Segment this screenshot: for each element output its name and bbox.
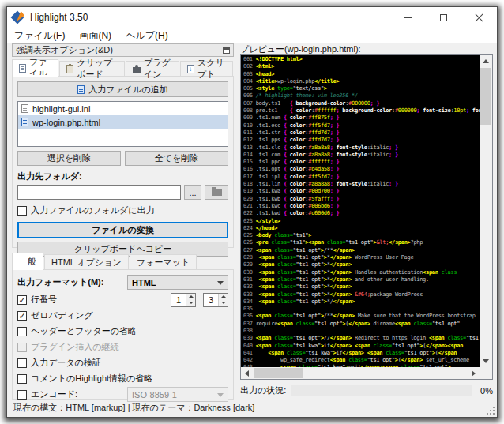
- vertical-scrollbar-thumb[interactable]: [480, 68, 491, 125]
- menu-item-2[interactable]: ヘルプ(H): [118, 28, 175, 44]
- app-icon: [13, 11, 25, 24]
- tab-script[interactable]: スクリプト: [180, 61, 233, 76]
- chevron-down-icon: [217, 393, 224, 397]
- option-row[interactable]: ヘッダーとフッターの省略: [17, 325, 228, 337]
- output-to-input-folder-option[interactable]: 入力ファイルのフォルダに出力: [17, 204, 228, 216]
- add-input-file-button[interactable]: 入力ファイルの追加: [17, 81, 228, 97]
- open-folder-button[interactable]: [205, 185, 228, 200]
- tab-document[interactable]: ファイル: [12, 59, 58, 76]
- code-line: 018 .ts1.lin { color:#a8a8a8; font-style…: [243, 181, 480, 188]
- maximize-icon: [440, 14, 447, 21]
- close-button[interactable]: [461, 7, 497, 28]
- code-line: 041 <span class="ts1 kwa">if</span> <spa…: [243, 350, 480, 357]
- list-item[interactable]: highlight-gui.ini: [18, 102, 228, 115]
- maximize-button[interactable]: [426, 7, 461, 28]
- list-item[interactable]: wp-login.php.html: [18, 115, 228, 129]
- window-title: Highlight 3.50: [30, 12, 88, 23]
- spinner-down-icon[interactable]: [186, 300, 195, 306]
- file-tab-page: 入力ファイルの追加 highlight-gui.iniwp-login.php.…: [12, 76, 234, 248]
- tab-一般[interactable]: 一般: [12, 253, 43, 269]
- checkbox-label: 行番号: [31, 294, 57, 306]
- checkbox-label: プラグイン挿入の継続: [31, 341, 119, 353]
- close-icon: [475, 13, 483, 22]
- code-line: 027 <span class="ts1 opt">/**</span>: [243, 247, 480, 254]
- code-line: 006 /* highlight theme: vim leo256 */: [243, 92, 480, 99]
- option-row[interactable]: コメントのHighlight情報の省略: [17, 373, 228, 385]
- general-tab-page: 出力フォーマット(M): HTML ✓行番号13✓ゼロパディングヘッダーとフッタ…: [12, 269, 234, 400]
- checkbox[interactable]: [17, 390, 27, 400]
- option-row[interactable]: 入力データの検証: [17, 357, 228, 369]
- output-folder-input[interactable]: [17, 185, 181, 200]
- tab-フォーマット[interactable]: フォーマット: [130, 254, 197, 269]
- code-line: 029 <span class="ts1 opt">*</span>: [243, 261, 480, 268]
- float-panel-icon[interactable]: [223, 47, 230, 54]
- statusbar: 現在の構文：HTML [markup] | 現在のテーマ：Darkness [d…: [7, 400, 497, 415]
- code-line: 042 wp_safe_redirect<span class="ts1 opt…: [243, 357, 480, 364]
- line-number-start-stepper[interactable]: 1: [171, 293, 196, 307]
- checkbox[interactable]: [17, 358, 27, 368]
- code-line: 008 pre.ts1 { color:#ffffff; background-…: [243, 107, 480, 114]
- code-line: 016 .ts1.opt { color:#d4da58; }: [243, 166, 480, 173]
- spinner-up-icon[interactable]: [219, 294, 228, 300]
- options-tabstrip: 一般HTML オプションフォーマット: [12, 253, 234, 269]
- code-line: 009 .ts1.num { color:#ff875f; }: [243, 114, 480, 122]
- horizontal-scrollbar-thumb[interactable]: [254, 368, 303, 378]
- tab-plugin[interactable]: プラグイン: [126, 61, 179, 76]
- preview-label: プレビュー(wp-login.php.html):: [240, 43, 493, 54]
- vertical-scrollbar[interactable]: [480, 55, 492, 367]
- output-format-select[interactable]: HTML: [127, 275, 228, 290]
- code-line: 015 .ts1.ppc { color:#ffffff; }: [243, 159, 480, 166]
- code-line: 034 <span class="ts1 opt">*/</span>: [243, 298, 480, 306]
- input-file-list[interactable]: highlight-gui.iniwp-login.php.html: [17, 101, 228, 147]
- code-line: 005 <style type="text/css">: [243, 85, 480, 92]
- checkbox[interactable]: ✓: [17, 295, 27, 305]
- code-line: 032 <span class="ts1 opt">*</span>: [243, 283, 480, 291]
- code-line: 020 .ts1.kwb { color:#5fafff; }: [243, 196, 480, 203]
- option-row[interactable]: ✓ゼロパディング: [17, 310, 228, 321]
- spinner-down-icon[interactable]: [219, 300, 228, 306]
- menu-item-0[interactable]: ファイル(F): [7, 28, 72, 44]
- convert-files-button[interactable]: ファイルの変換: [17, 222, 228, 238]
- option-row[interactable]: プラグイン挿入の継続: [17, 341, 228, 353]
- option-row[interactable]: ✓行番号13: [17, 294, 228, 306]
- checkbox[interactable]: [17, 206, 27, 216]
- scroll-up-icon[interactable]: [480, 55, 492, 67]
- scroll-right-icon[interactable]: [468, 367, 480, 379]
- resize-grip[interactable]: [486, 406, 495, 415]
- code-line: 004 <title>wp-login.php</title>: [243, 78, 480, 85]
- code-line: 013 .ts1.slc { color:#a8a8a8; font-style…: [243, 144, 480, 152]
- checkbox[interactable]: [17, 327, 27, 336]
- checkbox[interactable]: ✓: [17, 311, 27, 321]
- menu-item-1[interactable]: 画面(N): [72, 28, 118, 44]
- code-line: 031 <span class="ts1 opt">*</span> and o…: [243, 276, 480, 283]
- checkbox: [17, 343, 27, 352]
- tab-clipboard[interactable]: クリップボード: [59, 61, 125, 76]
- code-line: 036 <span class="ts1 opt">/**</span> Mak…: [243, 313, 480, 320]
- output-folder-label: 出力先フォルダ:: [17, 171, 228, 182]
- scroll-left-icon[interactable]: [241, 367, 253, 379]
- status-text: 現在の構文：HTML [markup] | 現在のテーマ：Darkness [d…: [13, 402, 254, 414]
- code-line: 026 <pre class="ts1"><span class="ts1 op…: [243, 239, 480, 246]
- dock-panel-header[interactable]: 強調表示オプション(&D): [12, 43, 234, 57]
- file-tabstrip: ファイルクリップボードプラグインスクリプト: [12, 59, 234, 76]
- horizontal-scrollbar[interactable]: [241, 367, 480, 379]
- line-number-width-stepper[interactable]: 3: [203, 293, 228, 307]
- tab-HTML オプション[interactable]: HTML オプション: [44, 254, 129, 269]
- remove-selected-button[interactable]: 選択を削除: [17, 151, 121, 166]
- code-line: 040 <span class="ts1 kwa">if</span> <spa…: [243, 343, 480, 350]
- progress-bar: [291, 385, 472, 396]
- code-line: 001 <!DOCTYPE html>: [243, 56, 480, 63]
- code-line: 017 .ts1.ipl { color:#ff5fd7; }: [243, 174, 480, 181]
- scroll-down-icon[interactable]: [480, 355, 492, 367]
- remove-all-button[interactable]: 全てを削除: [125, 151, 228, 166]
- minimize-button[interactable]: [390, 7, 426, 28]
- code-line: 037 require<span class="ts1 opt">(</span…: [243, 321, 480, 328]
- option-row[interactable]: エンコード:ISO-8859-1: [17, 388, 228, 400]
- code-line: 021 .ts1.kwc { color:#006bd6; }: [243, 203, 480, 210]
- dock-panel-title: 強調表示オプション(&D): [16, 44, 113, 56]
- spinner-up-icon[interactable]: [186, 294, 195, 300]
- checkbox[interactable]: [17, 374, 27, 384]
- code-line: 035: [243, 306, 480, 313]
- checkbox-label: 入力ファイルのフォルダに出力: [31, 204, 155, 216]
- browse-button[interactable]: ...: [184, 185, 201, 200]
